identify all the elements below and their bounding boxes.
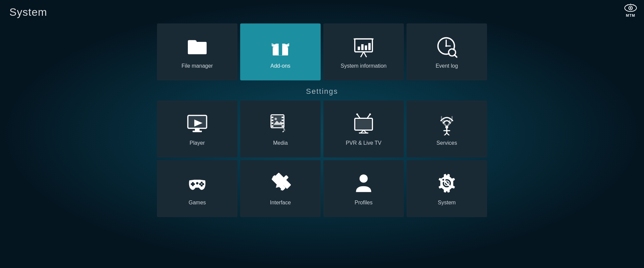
tile-profiles-label: Profiles <box>355 200 372 206</box>
svg-line-54 <box>447 133 449 135</box>
svg-line-10 <box>364 52 367 57</box>
svg-rect-13 <box>361 44 364 50</box>
profiles-icon <box>352 172 375 195</box>
svg-text:♪: ♪ <box>282 125 286 134</box>
tile-add-ons[interactable]: Add-ons <box>240 23 321 80</box>
svg-point-48 <box>356 113 358 115</box>
svg-rect-15 <box>368 43 371 50</box>
tile-pvr-live-tv[interactable]: PVR & Live TV <box>323 100 404 157</box>
svg-line-22 <box>454 55 457 57</box>
settings-section: Settings Player <box>157 87 487 217</box>
settings-title: Settings <box>306 87 338 96</box>
top-row: File manager Add-ons <box>157 23 487 80</box>
tile-file-manager-label: File manager <box>181 63 213 69</box>
svg-rect-26 <box>195 128 200 131</box>
svg-point-61 <box>196 182 199 185</box>
svg-rect-12 <box>358 47 360 50</box>
tile-system[interactable]: System <box>407 160 487 217</box>
tile-services-label: Services <box>436 140 457 146</box>
tile-services[interactable]: Services <box>407 100 487 157</box>
page-title: System <box>9 6 47 18</box>
system-info-icon <box>352 35 375 58</box>
mtm-logo: MTM <box>624 3 637 17</box>
tile-event-log-label: Event log <box>436 63 458 69</box>
tile-system-label: System <box>438 200 455 206</box>
tile-profiles[interactable]: Profiles <box>323 160 404 217</box>
tile-interface[interactable]: Interface <box>240 160 321 217</box>
media-icon: ♪ <box>269 112 292 135</box>
settings-row-1: Player <box>157 100 487 157</box>
tile-pvr-label: PVR & Live TV <box>346 140 381 146</box>
player-icon <box>185 112 209 135</box>
tile-games[interactable]: Games <box>157 160 237 217</box>
tile-media[interactable]: ♪ Media <box>240 100 321 157</box>
svg-line-9 <box>361 52 364 57</box>
tile-file-manager[interactable]: File manager <box>157 23 237 80</box>
tile-games-label: Games <box>189 200 206 206</box>
settings-grid: Player <box>157 100 487 217</box>
mtm-icon <box>624 3 637 13</box>
svg-point-73 <box>442 179 444 181</box>
tile-player-label: Player <box>190 140 205 146</box>
services-icon <box>435 112 459 135</box>
tile-add-ons-label: Add-ons <box>270 63 290 69</box>
svg-point-68 <box>360 175 368 183</box>
svg-rect-34 <box>272 125 273 127</box>
svg-point-59 <box>199 183 201 185</box>
svg-rect-56 <box>191 183 195 185</box>
addons-icon <box>269 35 292 58</box>
svg-rect-35 <box>282 117 283 118</box>
tile-event-log[interactable]: Event log <box>407 23 487 80</box>
svg-point-60 <box>202 183 204 185</box>
svg-point-23 <box>449 50 455 55</box>
tile-player[interactable]: Player <box>157 100 237 157</box>
svg-rect-42 <box>356 120 371 129</box>
svg-point-2 <box>630 7 632 9</box>
svg-point-49 <box>369 113 371 115</box>
main-content: File manager Add-ons <box>0 23 644 217</box>
folder-icon <box>185 35 209 58</box>
tile-interface-label: Interface <box>270 200 291 206</box>
svg-rect-31 <box>272 117 273 118</box>
interface-icon <box>269 172 292 195</box>
svg-rect-32 <box>272 120 273 121</box>
svg-point-58 <box>201 185 203 187</box>
svg-rect-36 <box>282 120 283 121</box>
event-log-icon <box>435 35 459 58</box>
tile-system-info-label: System information <box>341 63 387 69</box>
svg-rect-27 <box>193 131 202 132</box>
svg-point-39 <box>275 118 277 120</box>
system-icon <box>435 172 459 195</box>
tile-media-label: Media <box>273 140 288 146</box>
svg-rect-7 <box>279 43 282 56</box>
games-icon <box>185 172 209 195</box>
tile-system-information[interactable]: System information <box>323 23 404 80</box>
svg-rect-14 <box>365 46 367 50</box>
svg-point-57 <box>201 182 203 184</box>
settings-row-2: Games <box>157 160 487 217</box>
pvr-icon <box>352 112 375 135</box>
svg-rect-33 <box>272 123 273 124</box>
